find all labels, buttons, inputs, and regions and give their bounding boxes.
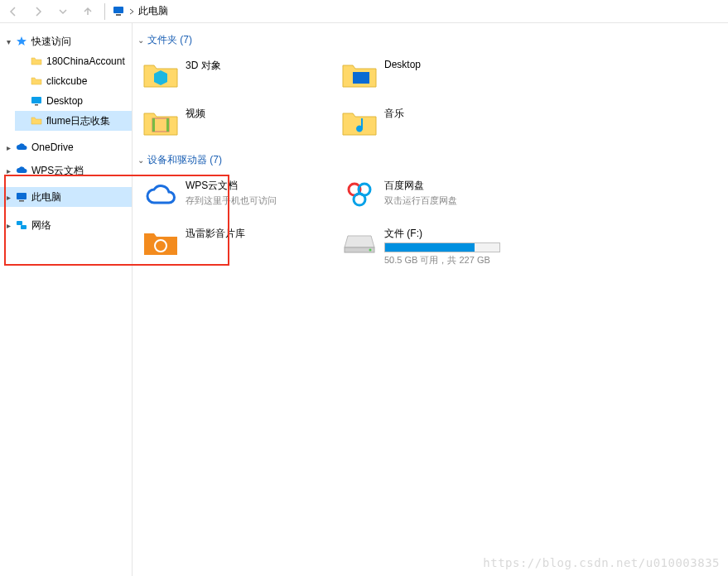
svg-rect-4 <box>17 193 27 199</box>
item-label: 迅雷影音片库 <box>186 227 245 241</box>
sidebar-this-pc[interactable]: ▸ 此电脑 <box>0 187 132 207</box>
folder-item-video[interactable]: 视频 <box>137 102 336 150</box>
svg-rect-8 <box>353 72 369 84</box>
nav-forward-icon[interactable] <box>28 2 48 22</box>
baidu-icon <box>340 177 379 212</box>
chevron-right-icon[interactable]: ▸ <box>3 192 13 202</box>
sidebar-item-label: 网络 <box>31 218 51 233</box>
group-title: 文件夹 (7) <box>147 33 192 47</box>
cloud-icon <box>15 141 28 154</box>
main-content: ⌄ 文件夹 (7) 3D 对象 Desktop 视频 音乐 ⌄ 设备和驱动 <box>133 23 728 576</box>
folder-icon <box>30 55 43 68</box>
sidebar-item-label: OneDrive <box>31 142 74 153</box>
sidebar-item-label: Desktop <box>46 95 83 107</box>
device-item-wps[interactable]: WPS云文档 存到这里手机也可访问 <box>137 174 336 222</box>
nav-back-icon[interactable] <box>3 2 23 22</box>
group-header-folders[interactable]: ⌄ 文件夹 (7) <box>137 33 728 47</box>
drive-icon <box>340 225 379 260</box>
pc-icon <box>15 190 28 204</box>
svg-rect-1 <box>116 14 121 16</box>
nav-dropdown-icon[interactable] <box>53 2 73 22</box>
item-sub: 存到这里手机也可访问 <box>186 194 277 207</box>
folder-desktop-icon <box>340 57 379 92</box>
item-label: 3D 对象 <box>186 59 221 73</box>
item-sub: 双击运行百度网盘 <box>384 194 457 207</box>
svg-rect-10 <box>152 118 155 132</box>
sidebar-tree: ▾ 快速访问 180ChinaAccount clickcube Desktop <box>0 23 133 576</box>
sidebar-item-label: flume日志收集 <box>46 114 110 128</box>
wps-cloud-icon <box>141 177 181 212</box>
cloud-icon <box>15 164 28 177</box>
item-label: 文件 (F:) <box>384 227 500 241</box>
folder-item-music[interactable]: 音乐 <box>336 102 535 150</box>
svg-rect-7 <box>21 225 27 229</box>
item-label: WPS云文档 <box>186 179 277 193</box>
sidebar-item-label: WPS云文档 <box>31 164 84 178</box>
device-item-xunlei[interactable]: 迅雷影音片库 <box>137 222 336 270</box>
sidebar-folder-item[interactable]: clickcube <box>15 71 132 91</box>
sidebar-folder-item[interactable]: 180ChinaAccount <box>15 51 132 71</box>
item-sub: 50.5 GB 可用，共 227 GB <box>384 254 500 266</box>
chevron-down-icon: ⌄ <box>137 36 144 45</box>
folder-music-icon <box>340 105 379 140</box>
network-icon <box>15 218 28 232</box>
sidebar-onedrive[interactable]: ▸ OneDrive <box>0 137 132 157</box>
group-header-devices[interactable]: ⌄ 设备和驱动器 (7) <box>137 153 728 167</box>
nav-up-icon[interactable] <box>78 2 98 22</box>
star-icon <box>15 35 28 48</box>
group-title: 设备和驱动器 (7) <box>147 153 222 167</box>
sidebar-item-label: clickcube <box>46 75 87 87</box>
item-label: 视频 <box>186 107 205 121</box>
svg-rect-2 <box>31 97 41 103</box>
address-pc-icon[interactable] <box>112 5 135 18</box>
device-item-baidu[interactable]: 百度网盘 双击运行百度网盘 <box>336 174 535 222</box>
desktop-icon <box>30 94 43 108</box>
svg-point-14 <box>354 194 365 205</box>
folder-icon <box>30 74 43 88</box>
drive-usage-bar <box>384 242 500 252</box>
xunlei-folder-icon <box>141 225 181 260</box>
chevron-down-icon[interactable]: ▾ <box>3 36 13 46</box>
svg-rect-5 <box>19 200 24 202</box>
sidebar-folder-item[interactable]: flume日志收集 <box>15 111 132 131</box>
svg-point-17 <box>369 249 372 252</box>
sidebar-wps[interactable]: ▸ WPS云文档 <box>0 161 132 180</box>
item-label: 百度网盘 <box>384 179 457 193</box>
sidebar-quick-access[interactable]: ▾ 快速访问 <box>0 31 132 51</box>
folder-item-3d[interactable]: 3D 对象 <box>137 54 336 102</box>
chevron-right-icon[interactable]: ▸ <box>3 220 13 230</box>
folder-item-desktop[interactable]: Desktop <box>336 54 535 102</box>
chevron-right-icon[interactable]: ▸ <box>3 142 13 152</box>
address-bar: 此电脑 <box>0 0 728 23</box>
sidebar-item-label: 180ChinaAccount <box>46 55 125 67</box>
watermark-text: https://blog.csdn.net/u010003835 <box>483 556 720 569</box>
sidebar-desktop-item[interactable]: Desktop <box>15 91 132 111</box>
folder-video-icon <box>141 105 181 140</box>
folder-icon <box>30 114 43 127</box>
svg-rect-3 <box>35 104 38 106</box>
folder-3d-icon <box>141 57 181 92</box>
item-label: Desktop <box>384 59 421 70</box>
svg-rect-11 <box>166 118 169 132</box>
sidebar-item-label: 快速访问 <box>31 35 71 49</box>
svg-rect-0 <box>113 7 123 13</box>
svg-rect-6 <box>17 221 22 225</box>
device-item-drive-f[interactable]: 文件 (F:) 50.5 GB 可用，共 227 GB <box>336 222 535 270</box>
chevron-right-icon[interactable]: ▸ <box>3 166 13 175</box>
address-title: 此电脑 <box>138 4 168 18</box>
chevron-down-icon: ⌄ <box>137 156 144 165</box>
sidebar-item-label: 此电脑 <box>31 190 61 204</box>
item-label: 音乐 <box>384 107 404 121</box>
sidebar-network[interactable]: ▸ 网络 <box>0 215 132 235</box>
